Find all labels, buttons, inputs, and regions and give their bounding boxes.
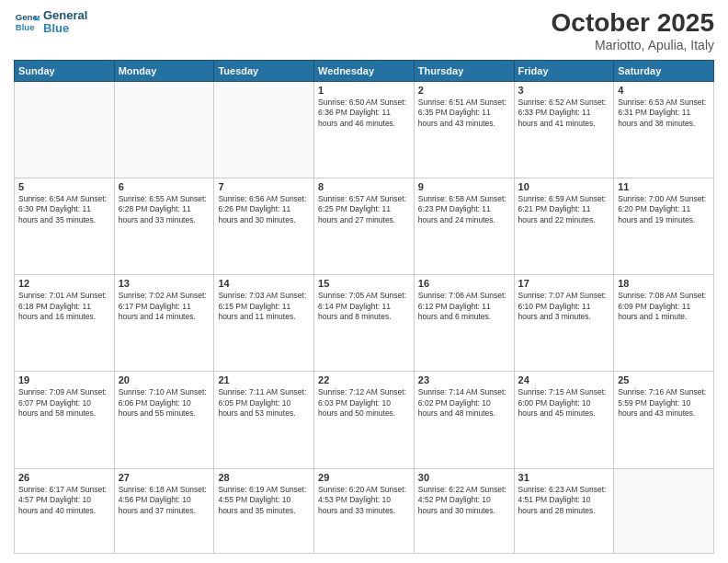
calendar-table: SundayMondayTuesdayWednesdayThursdayFrid… (14, 60, 714, 554)
day-number: 13 (119, 278, 210, 289)
day-number: 20 (119, 374, 210, 385)
day-info: Sunrise: 6:57 AM Sunset: 6:25 PM Dayligh… (318, 194, 410, 225)
weekday-header: Tuesday (214, 60, 314, 81)
day-number: 18 (618, 278, 710, 289)
calendar-day-cell: 25Sunrise: 7:16 AM Sunset: 5:59 PM Dayli… (614, 372, 714, 468)
calendar-day-cell: 13Sunrise: 7:02 AM Sunset: 6:17 PM Dayli… (114, 275, 214, 372)
calendar-day-cell: 9Sunrise: 6:58 AM Sunset: 6:23 PM Daylig… (414, 178, 514, 275)
day-number: 17 (518, 278, 610, 289)
calendar-day-cell (614, 468, 714, 553)
day-number: 5 (18, 181, 110, 192)
calendar-day-cell (15, 81, 115, 178)
calendar-day-cell: 3Sunrise: 6:52 AM Sunset: 6:33 PM Daylig… (514, 81, 614, 178)
day-number: 16 (418, 278, 510, 289)
day-number: 3 (518, 85, 610, 96)
day-number: 2 (418, 85, 510, 96)
calendar-day-cell (214, 81, 314, 178)
calendar-day-cell: 27Sunrise: 6:18 AM Sunset: 4:56 PM Dayli… (114, 468, 214, 553)
day-info: Sunrise: 6:52 AM Sunset: 6:33 PM Dayligh… (518, 98, 610, 129)
calendar-container: General Blue General Blue October 2025 M… (0, 0, 728, 563)
day-number: 19 (18, 374, 110, 385)
day-number: 27 (119, 472, 210, 483)
day-info: Sunrise: 7:14 AM Sunset: 6:02 PM Dayligh… (418, 387, 510, 419)
calendar-day-cell: 23Sunrise: 7:14 AM Sunset: 6:02 PM Dayli… (414, 372, 514, 468)
day-number: 21 (218, 374, 310, 385)
weekday-header: Wednesday (314, 60, 415, 81)
day-number: 6 (119, 181, 210, 192)
day-info: Sunrise: 6:22 AM Sunset: 4:52 PM Dayligh… (418, 485, 510, 516)
logo-icon: General Blue (14, 9, 40, 35)
day-info: Sunrise: 6:20 AM Sunset: 4:53 PM Dayligh… (318, 485, 410, 516)
day-info: Sunrise: 6:54 AM Sunset: 6:30 PM Dayligh… (18, 194, 110, 225)
day-info: Sunrise: 6:17 AM Sunset: 4:57 PM Dayligh… (18, 485, 110, 516)
calendar-day-cell: 28Sunrise: 6:19 AM Sunset: 4:55 PM Dayli… (214, 468, 314, 553)
weekday-header: Friday (514, 60, 614, 81)
day-number: 4 (618, 85, 710, 96)
calendar-week-row: 26Sunrise: 6:17 AM Sunset: 4:57 PM Dayli… (15, 468, 714, 553)
day-number: 14 (218, 278, 310, 289)
day-info: Sunrise: 7:15 AM Sunset: 6:00 PM Dayligh… (518, 387, 610, 419)
day-number: 7 (218, 181, 310, 192)
day-number: 15 (318, 278, 410, 289)
location-subtitle: Mariotto, Apulia, Italy (552, 38, 714, 52)
calendar-day-cell: 19Sunrise: 7:09 AM Sunset: 6:07 PM Dayli… (15, 372, 115, 468)
day-info: Sunrise: 6:55 AM Sunset: 6:28 PM Dayligh… (119, 194, 210, 225)
day-info: Sunrise: 7:11 AM Sunset: 6:05 PM Dayligh… (218, 387, 310, 419)
calendar-day-cell: 4Sunrise: 6:53 AM Sunset: 6:31 PM Daylig… (614, 81, 714, 178)
day-number: 12 (18, 278, 110, 289)
day-info: Sunrise: 7:03 AM Sunset: 6:15 PM Dayligh… (218, 291, 310, 322)
calendar-day-cell: 26Sunrise: 6:17 AM Sunset: 4:57 PM Dayli… (15, 468, 115, 553)
calendar-day-cell: 1Sunrise: 6:50 AM Sunset: 6:36 PM Daylig… (314, 81, 415, 178)
month-title: October 2025 (552, 9, 714, 38)
day-number: 8 (318, 181, 410, 192)
calendar-day-cell: 18Sunrise: 7:08 AM Sunset: 6:09 PM Dayli… (614, 275, 714, 372)
logo-general: General (43, 9, 87, 22)
weekday-header: Thursday (414, 60, 514, 81)
day-info: Sunrise: 6:51 AM Sunset: 6:35 PM Dayligh… (418, 98, 510, 129)
calendar-day-cell: 10Sunrise: 6:59 AM Sunset: 6:21 PM Dayli… (514, 178, 614, 275)
day-info: Sunrise: 7:01 AM Sunset: 6:18 PM Dayligh… (18, 291, 110, 322)
day-info: Sunrise: 6:58 AM Sunset: 6:23 PM Dayligh… (418, 194, 510, 225)
day-info: Sunrise: 7:02 AM Sunset: 6:17 PM Dayligh… (119, 291, 210, 322)
day-info: Sunrise: 6:59 AM Sunset: 6:21 PM Dayligh… (518, 194, 610, 225)
calendar-week-row: 5Sunrise: 6:54 AM Sunset: 6:30 PM Daylig… (15, 178, 714, 275)
day-number: 30 (418, 472, 510, 483)
day-info: Sunrise: 7:06 AM Sunset: 6:12 PM Dayligh… (418, 291, 510, 322)
day-info: Sunrise: 7:00 AM Sunset: 6:20 PM Dayligh… (618, 194, 710, 225)
calendar-day-cell: 15Sunrise: 7:05 AM Sunset: 6:14 PM Dayli… (314, 275, 415, 372)
day-number: 28 (218, 472, 310, 483)
weekday-header: Sunday (15, 60, 115, 81)
weekday-header: Monday (114, 60, 214, 81)
calendar-day-cell: 24Sunrise: 7:15 AM Sunset: 6:00 PM Dayli… (514, 372, 614, 468)
calendar-day-cell: 5Sunrise: 6:54 AM Sunset: 6:30 PM Daylig… (15, 178, 115, 275)
day-info: Sunrise: 6:53 AM Sunset: 6:31 PM Dayligh… (618, 98, 710, 129)
day-number: 31 (518, 472, 610, 483)
calendar-week-row: 12Sunrise: 7:01 AM Sunset: 6:18 PM Dayli… (15, 275, 714, 372)
calendar-day-cell: 17Sunrise: 7:07 AM Sunset: 6:10 PM Dayli… (514, 275, 614, 372)
day-info: Sunrise: 6:50 AM Sunset: 6:36 PM Dayligh… (318, 98, 410, 129)
day-number: 9 (418, 181, 510, 192)
calendar-day-cell: 21Sunrise: 7:11 AM Sunset: 6:05 PM Dayli… (214, 372, 314, 468)
day-info: Sunrise: 7:12 AM Sunset: 6:03 PM Dayligh… (318, 387, 410, 419)
day-number: 26 (18, 472, 110, 483)
day-info: Sunrise: 7:08 AM Sunset: 6:09 PM Dayligh… (618, 291, 710, 322)
calendar-day-cell: 16Sunrise: 7:06 AM Sunset: 6:12 PM Dayli… (414, 275, 514, 372)
day-number: 29 (318, 472, 410, 483)
calendar-day-cell: 7Sunrise: 6:56 AM Sunset: 6:26 PM Daylig… (214, 178, 314, 275)
day-info: Sunrise: 7:10 AM Sunset: 6:06 PM Dayligh… (119, 387, 210, 419)
day-info: Sunrise: 6:18 AM Sunset: 4:56 PM Dayligh… (119, 485, 210, 516)
day-number: 22 (318, 374, 410, 385)
calendar-day-cell: 2Sunrise: 6:51 AM Sunset: 6:35 PM Daylig… (414, 81, 514, 178)
calendar-day-cell: 29Sunrise: 6:20 AM Sunset: 4:53 PM Dayli… (314, 468, 415, 553)
day-number: 24 (518, 374, 610, 385)
day-number: 23 (418, 374, 510, 385)
day-info: Sunrise: 7:05 AM Sunset: 6:14 PM Dayligh… (318, 291, 410, 322)
day-info: Sunrise: 7:16 AM Sunset: 5:59 PM Dayligh… (618, 387, 710, 419)
calendar-day-cell (114, 81, 214, 178)
svg-text:Blue: Blue (16, 22, 35, 32)
logo: General Blue General Blue (14, 9, 87, 36)
calendar-day-cell: 6Sunrise: 6:55 AM Sunset: 6:28 PM Daylig… (114, 178, 214, 275)
day-number: 1 (318, 85, 410, 96)
calendar-day-cell: 30Sunrise: 6:22 AM Sunset: 4:52 PM Dayli… (414, 468, 514, 553)
day-number: 11 (618, 181, 710, 192)
